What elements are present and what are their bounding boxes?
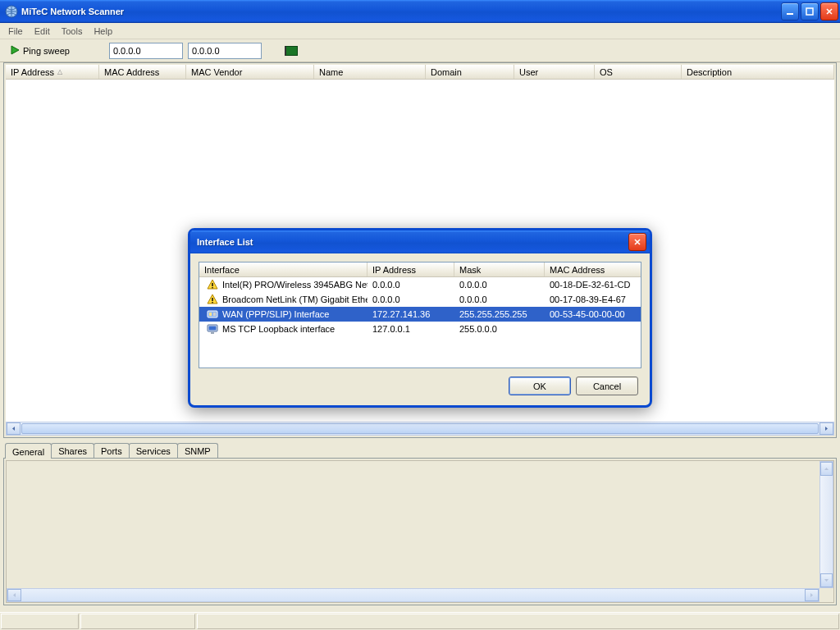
col-os[interactable]: OS: [595, 65, 682, 79]
close-button[interactable]: [820, 2, 838, 21]
play-icon: [10, 45, 20, 57]
svg-rect-5: [212, 298, 212, 301]
col-name[interactable]: Name: [314, 65, 426, 79]
minimize-button[interactable]: [781, 2, 799, 21]
status-cell-3: [197, 614, 839, 629]
cell-ip: 127.0.0.1: [368, 322, 454, 336]
svg-rect-4: [212, 287, 212, 288]
nic-icon: [206, 308, 219, 321]
menu-file[interactable]: File: [3, 25, 28, 38]
cell-interface: Intel(R) PRO/Wireless 3945ABG Netw...: [222, 280, 368, 290]
interface-list-header: Interface IP Address Mask MAC Address: [199, 262, 641, 277]
ip-from-input[interactable]: [109, 43, 183, 59]
interface-row[interactable]: Intel(R) PRO/Wireless 3945ABG Netw...0.0…: [199, 277, 641, 292]
ok-button[interactable]: OK: [509, 377, 571, 395]
cell-mac: 00-17-08-39-E4-67: [545, 292, 641, 307]
svg-rect-2: [806, 8, 813, 15]
tab-snmp[interactable]: SNMP: [177, 443, 218, 458]
dialog-buttons: OK Cancel: [199, 368, 641, 399]
scroll-left-icon[interactable]: [7, 422, 21, 435]
col-vendor[interactable]: MAC Vendor: [186, 65, 314, 79]
menu-edit[interactable]: Edit: [30, 25, 55, 38]
menu-tools[interactable]: Tools: [57, 25, 88, 38]
menubar: File Edit Tools Help: [0, 23, 840, 39]
status-cell-2: [80, 614, 195, 629]
detail-vscroll[interactable]: [819, 461, 833, 588]
ping-sweep-button[interactable]: Ping sweep: [5, 43, 75, 58]
interface-row[interactable]: Broadcom NetLink (TM) Gigabit Ether...0.…: [199, 292, 641, 307]
cell-mac: 00-18-DE-32-61-CD: [545, 277, 641, 292]
tab-general[interactable]: General: [5, 443, 52, 459]
svg-rect-6: [212, 302, 212, 303]
dialog-titlebar: Interface List: [190, 231, 650, 253]
results-header: IP Address△ MAC Address MAC Vendor Name …: [6, 65, 834, 80]
cell-ip: 0.0.0.0: [368, 277, 454, 292]
toolbar: Ping sweep: [0, 39, 840, 62]
scroll-thumb[interactable]: [21, 423, 819, 434]
col-domain[interactable]: Domain: [426, 65, 514, 79]
scroll-down-icon[interactable]: [820, 573, 833, 587]
svg-rect-12: [211, 332, 214, 334]
cell-ip: 0.0.0.0: [368, 292, 454, 307]
svg-rect-1: [787, 13, 793, 15]
tab-ports[interactable]: Ports: [94, 443, 130, 458]
cell-interface: Broadcom NetLink (TM) Gigabit Ether...: [222, 294, 368, 304]
svg-rect-7: [208, 311, 217, 317]
scroll-track[interactable]: [820, 476, 833, 573]
interface-row[interactable]: WAN (PPP/SLIP) Interface172.27.141.36255…: [199, 307, 641, 322]
cell-mask: 0.0.0.0: [454, 292, 545, 307]
window-controls: [781, 2, 838, 21]
status-cell-1: [1, 614, 79, 629]
col-mask[interactable]: Mask: [454, 262, 545, 276]
sort-asc-icon: △: [57, 68, 62, 75]
scroll-track[interactable]: [21, 589, 805, 601]
app-icon: [5, 5, 18, 18]
col-ip-label: IP Address: [11, 67, 54, 77]
col-interface[interactable]: Interface: [199, 262, 368, 276]
scroll-track[interactable]: [21, 422, 819, 435]
col-ip[interactable]: IP Address△: [6, 65, 99, 79]
interface-list: Interface IP Address Mask MAC Address In…: [199, 262, 641, 368]
svg-rect-11: [209, 326, 217, 331]
cell-mask: 255.255.255.255: [454, 307, 545, 322]
col-ip[interactable]: IP Address: [368, 262, 454, 276]
dialog-title: Interface List: [197, 237, 628, 247]
cell-mac: [545, 322, 641, 336]
scroll-up-icon[interactable]: [820, 462, 833, 476]
scroll-left-icon[interactable]: [7, 589, 21, 601]
flag-icon[interactable]: [285, 46, 298, 56]
col-desc[interactable]: Description: [682, 65, 834, 79]
maximize-button[interactable]: [801, 2, 819, 21]
warn-icon: [206, 278, 219, 291]
interface-list-dialog: Interface List Interface IP Address Mask…: [188, 228, 652, 408]
statusbar: [0, 612, 840, 630]
detail-tabs: General Shares Ports Services SNMP: [3, 441, 837, 458]
col-mac[interactable]: MAC Address: [545, 262, 641, 276]
ip-to-input[interactable]: [188, 43, 262, 59]
interface-list-body[interactable]: Intel(R) PRO/Wireless 3945ABG Netw...0.0…: [199, 277, 641, 336]
cell-mac: 00-53-45-00-00-00: [545, 307, 641, 322]
window-titlebar: MiTeC Network Scanner: [0, 0, 840, 23]
tab-shares[interactable]: Shares: [51, 443, 94, 458]
cancel-button[interactable]: Cancel: [576, 377, 638, 395]
scroll-right-icon[interactable]: [819, 422, 833, 435]
col-user[interactable]: User: [514, 65, 595, 79]
tab-services[interactable]: Services: [129, 443, 178, 458]
scroll-right-icon[interactable]: [805, 589, 819, 601]
dialog-body: Interface IP Address Mask MAC Address In…: [190, 253, 650, 405]
monitor-icon: [206, 322, 219, 336]
menu-help[interactable]: Help: [89, 25, 117, 38]
results-hscroll[interactable]: [6, 422, 834, 436]
warn-icon: [206, 293, 219, 306]
interface-row[interactable]: MS TCP Loopback interface127.0.0.1255.0.…: [199, 322, 641, 336]
cell-mask: 0.0.0.0: [454, 277, 545, 292]
detail-body: [6, 460, 834, 603]
col-mac[interactable]: MAC Address: [99, 65, 186, 79]
svg-rect-9: [213, 313, 216, 316]
cell-interface: MS TCP Loopback interface: [222, 324, 335, 334]
cell-ip: 172.27.141.36: [368, 307, 454, 322]
detail-panel: [3, 458, 837, 605]
detail-hscroll[interactable]: [7, 588, 819, 602]
dialog-close-button[interactable]: [628, 233, 646, 251]
cell-interface: WAN (PPP/SLIP) Interface: [222, 309, 329, 319]
